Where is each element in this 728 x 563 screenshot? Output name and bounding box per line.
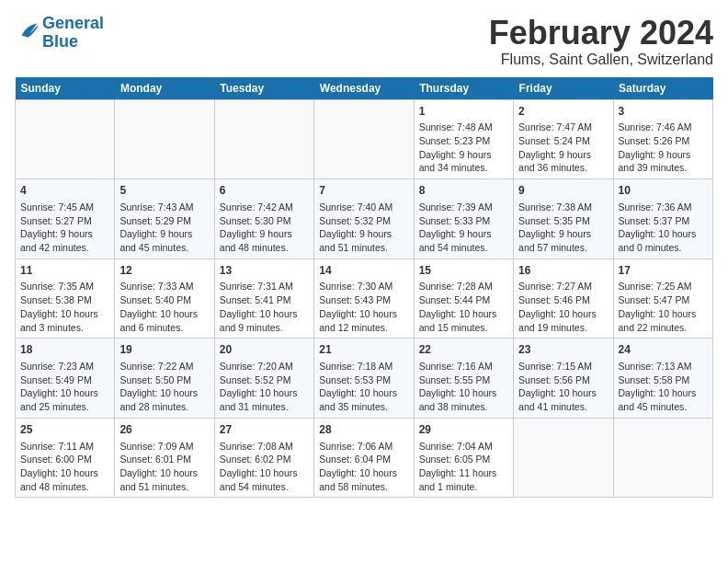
col-monday: Monday	[115, 77, 214, 100]
day-info: Sunrise: 7:35 AM	[20, 280, 109, 293]
calendar-cell: 9Sunrise: 7:38 AMSunset: 5:35 PMDaylight…	[514, 179, 613, 259]
day-info: Daylight: 10 hours and 38 minutes.	[419, 386, 508, 413]
day-info: Daylight: 10 hours and 22 minutes.	[619, 307, 708, 334]
day-number: 20	[220, 342, 309, 358]
day-info: Daylight: 9 hours and 51 minutes.	[319, 227, 408, 254]
calendar-cell	[314, 99, 414, 179]
calendar-cell: 28Sunrise: 7:06 AMSunset: 6:04 PMDayligh…	[314, 418, 414, 498]
calendar-cell: 22Sunrise: 7:16 AMSunset: 5:55 PMDayligh…	[414, 339, 513, 419]
day-info: Sunrise: 7:13 AM	[619, 360, 708, 373]
logo: General Blue	[15, 15, 104, 52]
calendar-row-1: 1Sunrise: 7:48 AMSunset: 5:23 PMDaylight…	[16, 99, 713, 179]
day-info: Daylight: 10 hours and 31 minutes.	[220, 386, 309, 413]
day-number: 11	[20, 263, 109, 279]
day-info: Sunrise: 7:30 AM	[319, 280, 408, 293]
day-info: Sunset: 5:32 PM	[319, 214, 408, 228]
calendar-cell: 7Sunrise: 7:40 AMSunset: 5:32 PMDaylight…	[314, 179, 414, 259]
calendar-cell: 27Sunrise: 7:08 AMSunset: 6:02 PMDayligh…	[214, 418, 313, 498]
day-number: 6	[220, 183, 309, 199]
day-info: Sunrise: 7:27 AM	[518, 280, 608, 293]
day-number: 17	[619, 263, 708, 279]
day-info: Sunrise: 7:31 AM	[220, 280, 309, 293]
day-number: 25	[20, 422, 109, 438]
day-info: Sunset: 5:35 PM	[518, 214, 608, 228]
day-info: Daylight: 9 hours and 54 minutes.	[419, 227, 508, 254]
calendar-cell: 1Sunrise: 7:48 AMSunset: 5:23 PMDaylight…	[414, 99, 513, 179]
day-number: 4	[20, 183, 109, 199]
day-info: Sunrise: 7:09 AM	[119, 440, 209, 454]
calendar-row-2: 4Sunrise: 7:45 AMSunset: 5:27 PMDaylight…	[16, 179, 713, 259]
calendar-cell: 24Sunrise: 7:13 AMSunset: 5:58 PMDayligh…	[613, 339, 712, 419]
day-info: Sunrise: 7:48 AM	[419, 121, 508, 134]
calendar-cell: 13Sunrise: 7:31 AMSunset: 5:41 PMDayligh…	[214, 259, 313, 339]
day-info: Sunset: 5:37 PM	[619, 214, 708, 228]
day-info: Sunset: 5:41 PM	[220, 293, 309, 307]
day-info: Daylight: 10 hours and 45 minutes.	[619, 386, 708, 413]
calendar-cell: 10Sunrise: 7:36 AMSunset: 5:37 PMDayligh…	[613, 179, 712, 259]
day-number: 13	[220, 263, 309, 279]
day-info: Sunset: 5:23 PM	[419, 134, 508, 148]
day-info: Sunrise: 7:20 AM	[220, 360, 309, 373]
month-title: February 2024	[489, 15, 713, 52]
day-info: Sunset: 5:40 PM	[119, 293, 209, 307]
day-info: Daylight: 10 hours and 19 minutes.	[518, 307, 608, 334]
day-info: Sunset: 5:30 PM	[220, 214, 309, 228]
day-info: Sunset: 5:26 PM	[619, 134, 708, 148]
calendar-cell	[613, 418, 712, 498]
day-info: Daylight: 10 hours and 58 minutes.	[319, 466, 408, 493]
day-info: Sunrise: 7:42 AM	[220, 201, 309, 214]
day-info: Daylight: 10 hours and 6 minutes.	[119, 307, 209, 334]
day-info: Sunset: 6:01 PM	[119, 453, 209, 466]
day-info: Sunset: 5:55 PM	[419, 373, 508, 387]
calendar-cell	[514, 418, 613, 498]
calendar-cell: 16Sunrise: 7:27 AMSunset: 5:46 PMDayligh…	[514, 259, 613, 339]
calendar-row-5: 25Sunrise: 7:11 AMSunset: 6:00 PMDayligh…	[16, 418, 713, 498]
calendar-cell: 5Sunrise: 7:43 AMSunset: 5:29 PMDaylight…	[115, 179, 214, 259]
calendar-cell: 3Sunrise: 7:46 AMSunset: 5:26 PMDaylight…	[613, 99, 712, 179]
calendar-cell: 11Sunrise: 7:35 AMSunset: 5:38 PMDayligh…	[16, 259, 115, 339]
day-info: Sunset: 5:50 PM	[119, 373, 209, 387]
day-number: 29	[419, 422, 508, 438]
col-sunday: Sunday	[16, 77, 115, 100]
day-info: Daylight: 10 hours and 3 minutes.	[20, 307, 109, 334]
calendar-cell	[16, 99, 115, 179]
day-info: Sunset: 5:47 PM	[619, 293, 708, 307]
day-number: 2	[518, 104, 608, 120]
day-info: Sunset: 5:27 PM	[20, 214, 109, 228]
day-info: Sunrise: 7:45 AM	[20, 201, 109, 214]
day-info: Sunrise: 7:18 AM	[319, 360, 408, 373]
calendar-cell: 19Sunrise: 7:22 AMSunset: 5:50 PMDayligh…	[115, 339, 214, 419]
col-saturday: Saturday	[613, 77, 712, 100]
calendar-cell: 18Sunrise: 7:23 AMSunset: 5:49 PMDayligh…	[16, 339, 115, 419]
calendar-cell: 26Sunrise: 7:09 AMSunset: 6:01 PMDayligh…	[115, 418, 214, 498]
day-info: Sunrise: 7:22 AM	[119, 360, 209, 373]
day-number: 7	[319, 183, 408, 199]
day-number: 14	[319, 263, 408, 279]
day-info: Sunrise: 7:06 AM	[319, 440, 408, 454]
day-info: Sunset: 5:52 PM	[220, 373, 309, 387]
day-info: Sunset: 5:24 PM	[518, 134, 608, 148]
calendar-header-row: Sunday Monday Tuesday Wednesday Thursday…	[16, 77, 713, 100]
day-info: Daylight: 9 hours and 45 minutes.	[119, 227, 209, 254]
day-number: 16	[518, 263, 608, 279]
day-info: Daylight: 9 hours and 57 minutes.	[518, 227, 608, 254]
day-info: Sunrise: 7:11 AM	[20, 440, 109, 454]
calendar-cell: 2Sunrise: 7:47 AMSunset: 5:24 PMDaylight…	[514, 99, 613, 179]
calendar-cell: 4Sunrise: 7:45 AMSunset: 5:27 PMDaylight…	[16, 179, 115, 259]
day-info: Sunrise: 7:40 AM	[319, 201, 408, 214]
col-tuesday: Tuesday	[214, 77, 313, 100]
day-info: Daylight: 10 hours and 9 minutes.	[220, 307, 309, 334]
location-subtitle: Flums, Saint Gallen, Switzerland	[489, 52, 713, 68]
day-number: 1	[419, 104, 508, 120]
day-info: Daylight: 10 hours and 54 minutes.	[220, 466, 309, 493]
day-info: Sunset: 5:53 PM	[319, 373, 408, 387]
day-info: Sunrise: 7:28 AM	[419, 280, 508, 293]
calendar-cell: 21Sunrise: 7:18 AMSunset: 5:53 PMDayligh…	[314, 339, 414, 419]
calendar-cell: 29Sunrise: 7:04 AMSunset: 6:05 PMDayligh…	[414, 418, 513, 498]
logo-text: General Blue	[42, 15, 104, 52]
calendar-cell: 25Sunrise: 7:11 AMSunset: 6:00 PMDayligh…	[16, 418, 115, 498]
day-info: Sunset: 6:02 PM	[220, 453, 309, 466]
day-info: Sunrise: 7:33 AM	[119, 280, 209, 293]
day-info: Sunrise: 7:39 AM	[419, 201, 508, 214]
day-info: Sunrise: 7:47 AM	[518, 121, 608, 134]
